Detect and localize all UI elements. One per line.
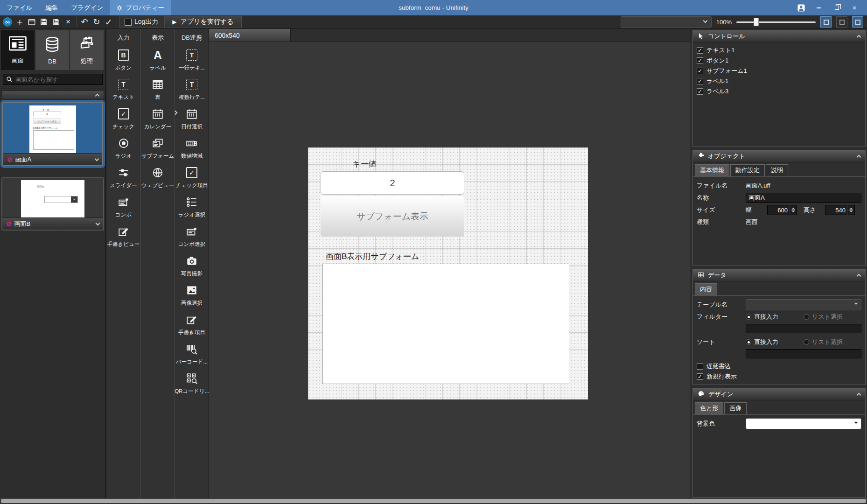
- control-visibility-checkbox[interactable]: ✓: [697, 78, 703, 84]
- search-box[interactable]: [3, 74, 103, 85]
- palette-item-date-select[interactable]: 日付選択: [175, 106, 209, 130]
- filter-direct-radio[interactable]: [746, 314, 751, 320]
- palette-item-combo-select[interactable]: コンボ選択: [175, 224, 209, 248]
- save-all-icon[interactable]: [50, 16, 62, 28]
- save-icon[interactable]: [38, 16, 49, 28]
- menu-edit[interactable]: 編集: [39, 0, 64, 15]
- controls-section-header[interactable]: コントロール: [693, 31, 865, 42]
- object-tab-behavior[interactable]: 動作設定: [730, 164, 765, 176]
- delete-icon[interactable]: ×: [63, 16, 74, 28]
- palette-item-check-item[interactable]: ✓チェック項目: [175, 165, 209, 189]
- design-form[interactable]: キー値 2 サブフォーム表示 画面B表示用サブフォーム: [308, 147, 588, 399]
- control-list-item[interactable]: ✓ラベル1: [697, 76, 861, 86]
- layout-split-button[interactable]: [836, 16, 847, 28]
- form-show-subform-button[interactable]: サブフォーム表示: [321, 196, 464, 237]
- control-visibility-checkbox[interactable]: ✓: [697, 47, 703, 54]
- add-icon[interactable]: ＋: [14, 16, 25, 28]
- zoom-slider-thumb[interactable]: [754, 18, 759, 26]
- filter-list-radio[interactable]: [804, 314, 809, 320]
- delayed-write-checkbox[interactable]: [697, 363, 703, 370]
- restore-button[interactable]: [829, 2, 845, 14]
- left-panel-tab-process[interactable]: 処理: [70, 30, 104, 70]
- canvas-tab[interactable]: 600x540: [209, 29, 291, 42]
- minimize-button[interactable]: [811, 2, 827, 14]
- palette-item-handwriting-view[interactable]: 手書きビュー: [106, 224, 140, 248]
- filter-input[interactable]: [746, 324, 861, 333]
- data-section-header[interactable]: データ: [693, 270, 865, 281]
- control-visibility-checkbox[interactable]: ✓: [697, 57, 703, 64]
- sort-direct-radio[interactable]: [746, 339, 751, 345]
- form-subform-area[interactable]: [322, 264, 569, 384]
- palette-item-textbox[interactable]: Tテキスト: [106, 77, 140, 101]
- palette-item-table[interactable]: 表: [141, 77, 175, 101]
- undo-icon[interactable]: ↶: [79, 16, 90, 28]
- control-list-item[interactable]: ✓ボタン1: [697, 56, 861, 66]
- screen-group-header[interactable]: [1, 91, 104, 100]
- palette-item-camera[interactable]: 写真撮影: [175, 253, 209, 277]
- log-output-checkbox[interactable]: [125, 19, 132, 26]
- menu-plugin[interactable]: プラグイン: [64, 0, 110, 15]
- menu-properties[interactable]: プロパティー: [110, 0, 171, 15]
- design-tab-color-shape[interactable]: 色と形: [695, 402, 723, 414]
- bg-color-dropdown[interactable]: [746, 418, 861, 429]
- palette-item-calendar[interactable]: カレンダー: [141, 106, 175, 130]
- screen-a-selector[interactable]: ⊘ 画面A: [3, 153, 102, 165]
- left-panel-tab-screens[interactable]: 画面: [1, 30, 35, 70]
- new-row-checkbox[interactable]: ✓: [697, 373, 703, 380]
- palette-item-combo[interactable]: コンボ: [106, 195, 140, 218]
- canvas-workspace[interactable]: キー値 2 サブフォーム表示 画面B表示用サブフォーム: [209, 42, 691, 498]
- menu-file[interactable]: ファイル: [0, 0, 39, 15]
- sort-input[interactable]: [746, 349, 861, 358]
- control-list-item[interactable]: ✓ラベル3: [697, 86, 861, 97]
- height-value[interactable]: 540: [825, 207, 847, 214]
- palette-item-subform[interactable]: サブフォーム: [141, 136, 175, 160]
- search-input[interactable]: [15, 76, 99, 83]
- design-tab-image[interactable]: 画像: [724, 402, 747, 414]
- screen-card-a[interactable]: キー値 2 サブフォーム表示 画面B表示用サブフォーム ⊘ 画面A: [2, 102, 103, 166]
- palette-item-image-select[interactable]: 画像選択: [175, 283, 209, 307]
- open-icon[interactable]: [26, 16, 37, 28]
- palette-item-radio[interactable]: ラジオ: [106, 136, 140, 160]
- left-panel-tab-db[interactable]: DB: [35, 30, 69, 70]
- object-tab-description[interactable]: 説明: [766, 164, 788, 176]
- width-value[interactable]: 600: [768, 207, 790, 214]
- zoom-slider[interactable]: [736, 17, 816, 27]
- palette-item-single-line-text[interactable]: T一行テキ...: [175, 48, 209, 71]
- palette-item-multi-line-text[interactable]: T複数行テ...: [175, 77, 209, 101]
- control-list-item[interactable]: ✓テキスト1: [697, 45, 861, 56]
- design-section-header[interactable]: デザイン: [693, 389, 865, 400]
- palette-item-webview[interactable]: wwwウェブビュー: [141, 165, 175, 189]
- palette-item-radio-select[interactable]: ラジオ選択: [175, 195, 209, 218]
- validate-icon[interactable]: ✓: [103, 16, 114, 28]
- height-stepper[interactable]: 540: [825, 205, 855, 215]
- palette-item-slider[interactable]: スライダー: [106, 165, 140, 189]
- bottom-scrollbar-thumb[interactable]: [1, 499, 866, 503]
- layout-full-button[interactable]: [852, 16, 863, 28]
- palette-item-numeric-stepper[interactable]: 123数値増減: [175, 136, 209, 160]
- control-list-item[interactable]: ✓サブフォーム1: [697, 66, 861, 76]
- palette-item-qrcode[interactable]: QRコードリ...: [175, 371, 209, 395]
- control-visibility-checkbox[interactable]: ✓: [697, 68, 703, 74]
- palette-item-barcode[interactable]: バーコード...: [175, 342, 209, 365]
- form-key-label[interactable]: キー値: [352, 159, 376, 169]
- log-output-toggle[interactable]: Log出力: [119, 16, 163, 28]
- run-app-button[interactable]: ▶ アプリを実行する: [164, 16, 241, 28]
- name-input[interactable]: 画面A: [746, 193, 861, 203]
- object-tab-basic[interactable]: 基本情報: [695, 164, 729, 176]
- layout-single-button[interactable]: [820, 16, 832, 28]
- palette-item-label[interactable]: Aラベル: [141, 48, 175, 71]
- palette-item-button[interactable]: Bボタン: [106, 48, 140, 71]
- width-stepper[interactable]: 600: [767, 205, 797, 215]
- table-name-dropdown[interactable]: [746, 299, 861, 310]
- data-tab-content[interactable]: 内容: [695, 283, 717, 295]
- close-button[interactable]: ×: [846, 2, 862, 14]
- screen-b-selector[interactable]: ⊘ 画面B: [2, 217, 103, 230]
- sort-list-radio[interactable]: [804, 339, 809, 345]
- toolbar-dropdown[interactable]: [621, 16, 712, 28]
- form-key-input[interactable]: 2: [321, 171, 464, 195]
- user-icon[interactable]: [793, 2, 809, 14]
- palette-item-checkbox[interactable]: ✓チェック: [106, 106, 140, 130]
- refresh-icon[interactable]: ↻: [91, 16, 102, 28]
- screen-card-b[interactable]: 画面B ⊘ 画面B: [1, 177, 104, 231]
- bottom-scrollbar[interactable]: [0, 498, 867, 504]
